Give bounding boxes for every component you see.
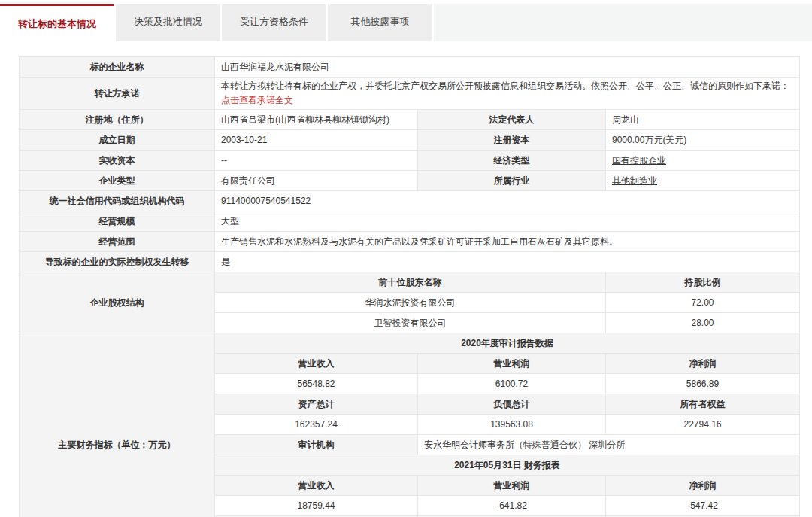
total-assets-header-2020: 资产总计 xyxy=(215,394,418,415)
commitment-text: 本转让方拟转让持有标的企业产权，并委托北京产权交易所公开预披露信息和组织交易活动… xyxy=(221,79,793,93)
paidin-capital-value: -- xyxy=(215,151,418,171)
enterprise-type-value: 有限责任公司 xyxy=(215,171,418,191)
table-row: 注册地（住所） 山西省吕梁市(山西省柳林县柳林镇锄沟村) 法定代表人 周龙山 xyxy=(20,110,800,130)
tab-transferee-qualification[interactable]: 受让方资格条件 xyxy=(222,4,326,41)
industry-label: 所属行业 xyxy=(418,171,606,191)
shareholder-ratio: 28.00 xyxy=(606,313,800,333)
table-row: 企业类型 有限责任公司 所属行业 其他制造业 xyxy=(20,171,800,191)
revenue-header-2021: 营业收入 xyxy=(215,476,418,496)
table-row: 经营范围 生产销售水泥和水泥熟料及与水泥有关的产品以及凭采矿许可证开采加工自用石… xyxy=(20,232,800,252)
business-scope-label: 经营范围 xyxy=(20,232,215,252)
equity-structure-label: 企业股权结构 xyxy=(20,272,215,333)
operating-profit-value-2020: 6100.72 xyxy=(418,374,606,394)
content-area: 标的企业名称 山西华润福龙水泥有限公司 转让方承诺 本转让方拟转让持有标的企业产… xyxy=(0,41,812,517)
registered-address-label: 注册地（住所） xyxy=(20,110,215,130)
scale-label: 经营规模 xyxy=(20,211,215,232)
economic-type-cell: 国有控股企业 xyxy=(606,151,800,171)
shareholder-ratio: 72.00 xyxy=(606,293,800,313)
legal-representative-label: 法定代表人 xyxy=(418,110,606,130)
control-transfer-value: 是 xyxy=(215,252,800,272)
control-transfer-label: 导致标的企业的实际控制权发生转移 xyxy=(20,252,215,272)
company-name-value: 山西华润福龙水泥有限公司 xyxy=(215,57,800,78)
audit-agency-label: 审计机构 xyxy=(215,435,418,455)
revenue-header-2020: 营业收入 xyxy=(215,354,418,374)
table-row: 企业股权结构 前十位股东名称 持股比例 xyxy=(20,272,800,293)
economic-type-link[interactable]: 国有控股企业 xyxy=(612,155,666,166)
company-name-label: 标的企业名称 xyxy=(20,57,215,78)
credit-code-value: 911400007540541522 xyxy=(215,191,800,211)
credit-code-label: 统一社会信用代码或组织机构代码 xyxy=(20,191,215,211)
establish-date-label: 成立日期 xyxy=(20,130,215,151)
tab-basic-info[interactable]: 转让标的基本情况 xyxy=(0,4,114,41)
table-row: 主要财务指标（单位：万元） 2020年度审计报告数据 xyxy=(20,333,800,354)
owners-equity-value-2020: 22794.16 xyxy=(606,415,800,435)
enterprise-type-label: 企业类型 xyxy=(20,171,215,191)
table-row: 实收资本 -- 经济类型 国有控股企业 xyxy=(20,151,800,171)
shareholding-ratio-header: 持股比例 xyxy=(606,272,800,293)
table-row: 成立日期 2003-10-21 注册资本 9000.00万元(美元) xyxy=(20,130,800,151)
operating-profit-header-2020: 营业利润 xyxy=(418,354,606,374)
industry-cell: 其他制造业 xyxy=(606,171,800,191)
operating-profit-header-2021: 营业利润 xyxy=(418,476,606,496)
net-profit-value-2021: -547.42 xyxy=(606,496,800,516)
basic-info-table: 标的企业名称 山西华润福龙水泥有限公司 转让方承诺 本转让方拟转让持有标的企业产… xyxy=(19,56,800,517)
total-liabilities-value-2020: 139563.08 xyxy=(418,415,606,435)
shareholder-name-header: 前十位股东名称 xyxy=(215,272,606,293)
financial-indicators-label: 主要财务指标（单位：万元） xyxy=(20,333,215,517)
owners-equity-header-2020: 所有者权益 xyxy=(606,394,800,415)
tab-bar: 转让标的基本情况 决策及批准情况 受让方资格条件 其他披露事项 xyxy=(0,0,812,41)
shareholder-name: 卫智投资有限公司 xyxy=(215,313,606,333)
tab-other-disclosure[interactable]: 其他披露事项 xyxy=(328,4,432,41)
operating-profit-value-2021: -641.82 xyxy=(418,496,606,516)
report-2021-title: 2021年05月31日 财务报表 xyxy=(215,455,800,476)
scale-value: 大型 xyxy=(215,211,800,232)
audit-2020-title: 2020年度审计报告数据 xyxy=(215,333,800,354)
legal-representative-value: 周龙山 xyxy=(606,110,800,130)
paidin-capital-label: 实收资本 xyxy=(20,151,215,171)
revenue-value-2021: 18759.44 xyxy=(215,496,418,516)
commitment-fulltext-link[interactable]: 点击查看承诺全文 xyxy=(221,93,293,108)
shareholder-name: 华润水泥投资有限公司 xyxy=(215,293,606,313)
table-row: 经营规模 大型 xyxy=(20,211,800,232)
net-profit-value-2020: 5866.89 xyxy=(606,374,800,394)
economic-type-label: 经济类型 xyxy=(418,151,606,171)
industry-link[interactable]: 其他制造业 xyxy=(612,175,657,186)
total-assets-value-2020: 162357.24 xyxy=(215,415,418,435)
business-scope-value: 生产销售水泥和水泥熟料及与水泥有关的产品以及凭采矿许可证开采加工自用石灰石矿及其… xyxy=(215,232,800,252)
total-liabilities-header-2020: 负债总计 xyxy=(418,394,606,415)
revenue-value-2020: 56548.82 xyxy=(215,374,418,394)
audit-agency-value: 安永华明会计师事务所（特殊普通合伙） 深圳分所 xyxy=(418,435,800,455)
table-row: 统一社会信用代码或组织机构代码 911400007540541522 xyxy=(20,191,800,211)
establish-date-value: 2003-10-21 xyxy=(215,130,418,151)
tab-bar-filler xyxy=(434,4,812,41)
commitment-cell: 本转让方拟转让持有标的企业产权，并委托北京产权交易所公开预披露信息和组织交易活动… xyxy=(215,78,800,110)
registered-capital-label: 注册资本 xyxy=(418,130,606,151)
table-row: 转让方承诺 本转让方拟转让持有标的企业产权，并委托北京产权交易所公开预披露信息和… xyxy=(20,78,800,110)
net-profit-header-2021: 净利润 xyxy=(606,476,800,496)
table-row: 导致标的企业的实际控制权发生转移 是 xyxy=(20,252,800,272)
table-row: 标的企业名称 山西华润福龙水泥有限公司 xyxy=(20,57,800,78)
net-profit-header-2020: 净利润 xyxy=(606,354,800,374)
registered-address-value: 山西省吕梁市(山西省柳林县柳林镇锄沟村) xyxy=(215,110,418,130)
tab-decision-approval[interactable]: 决策及批准情况 xyxy=(116,4,220,41)
commitment-label: 转让方承诺 xyxy=(20,78,215,110)
registered-capital-value: 9000.00万元(美元) xyxy=(606,130,800,151)
